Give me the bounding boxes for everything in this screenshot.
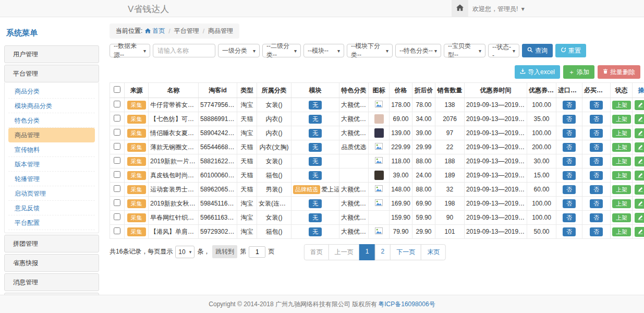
row-checkbox[interactable] (114, 143, 120, 150)
sidebar-group-1[interactable]: 平台管理 (4, 65, 99, 82)
import-toggle-badge[interactable]: 否 (563, 129, 576, 138)
row-checkbox[interactable] (114, 101, 120, 107)
status-badge[interactable]: 上架 (612, 143, 631, 152)
edit-button[interactable] (635, 100, 644, 110)
edit-button[interactable] (635, 171, 644, 180)
status-badge[interactable]: 上架 (612, 129, 631, 138)
reset-button[interactable]: 重置 (555, 44, 586, 57)
edit-button[interactable] (635, 114, 644, 124)
row-checkbox[interactable] (114, 199, 120, 206)
mustbuy-toggle-badge[interactable]: 否 (590, 157, 603, 166)
import-toggle-badge[interactable]: 否 (563, 227, 576, 236)
import-excel-button[interactable]: 导入excel (515, 65, 560, 79)
sidebar-subitem-1[interactable]: 模块商品分类 (8, 99, 95, 113)
pager-button-2[interactable]: 1 (359, 244, 375, 260)
row-checkbox[interactable] (114, 115, 120, 122)
import-toggle-badge[interactable]: 否 (563, 171, 576, 180)
cell-feature: 大额优惠券 (339, 112, 369, 126)
row-checkbox[interactable] (114, 227, 120, 234)
sidebar-subitem-6[interactable]: 轮播管理 (8, 172, 95, 186)
mustbuy-toggle-badge[interactable]: 否 (590, 199, 603, 208)
sidebar-subitem-2[interactable]: 特色分类 (8, 113, 95, 128)
row-checkbox[interactable] (114, 129, 120, 136)
batch-delete-button[interactable]: 批量删除 (598, 65, 640, 79)
source-badge: 采集 (127, 185, 146, 194)
cell-operations (633, 140, 644, 154)
edit-button[interactable] (635, 185, 644, 195)
filter-select-6[interactable]: --特色分类--▾ (395, 44, 441, 57)
pager-button-4[interactable]: 下一页 (390, 244, 421, 260)
mustbuy-toggle-badge[interactable]: 否 (590, 115, 603, 124)
sidebar-subitem-7[interactable]: 启动页管理 (8, 186, 95, 201)
mustbuy-toggle-badge[interactable]: 否 (590, 143, 603, 152)
row-checkbox[interactable] (114, 213, 120, 220)
filter-select-2[interactable]: 一级分类▾ (218, 44, 260, 57)
import-toggle-badge[interactable]: 否 (563, 213, 576, 222)
sidebar-subitem-4[interactable]: 宣传物料 (8, 142, 95, 157)
status-badge[interactable]: 上架 (612, 101, 631, 110)
status-badge[interactable]: 上架 (612, 171, 631, 180)
unit-text: 条， (197, 247, 210, 256)
import-toggle-badge[interactable]: 否 (563, 115, 576, 124)
status-badge[interactable]: 上架 (612, 157, 631, 166)
status-badge[interactable]: 上架 (612, 199, 631, 208)
sidebar-group-4[interactable]: 消息管理 (4, 273, 99, 291)
sidebar-group-0[interactable]: 用户管理 (4, 45, 99, 63)
row-checkbox[interactable] (114, 171, 120, 178)
pager-button-0[interactable]: 首页 (304, 244, 329, 260)
import-toggle-badge[interactable]: 否 (563, 185, 576, 194)
add-button[interactable]: ＋ 添加 (563, 65, 594, 79)
mustbuy-toggle-badge[interactable]: 否 (590, 171, 603, 180)
status-badge[interactable]: 上架 (612, 115, 631, 124)
select-all-checkbox[interactable] (114, 86, 120, 93)
filter-select-7[interactable]: --宝贝类型--▾ (444, 44, 485, 57)
sidebar-group-2[interactable]: 拼团管理 (4, 235, 99, 252)
pager-button-1[interactable]: 上一页 (329, 244, 360, 260)
filter-select-4[interactable]: --模块--▾ (303, 44, 344, 57)
sidebar-subitem-3[interactable]: 商品管理 (8, 128, 95, 142)
edit-button[interactable] (635, 142, 644, 152)
filter-select-5[interactable]: --模块下分类--▾ (347, 44, 393, 57)
mustbuy-toggle-badge[interactable]: 否 (590, 185, 603, 194)
import-toggle-badge[interactable]: 否 (563, 143, 576, 152)
import-toggle-badge[interactable]: 否 (563, 157, 576, 166)
filter-select-8[interactable]: --状态--▾ (488, 44, 519, 57)
edit-button[interactable] (635, 213, 644, 223)
pager-button-3[interactable]: 2 (375, 244, 391, 260)
row-checkbox[interactable] (114, 185, 120, 192)
sidebar-subitem-8[interactable]: 意见反馈 (8, 201, 95, 215)
cell-price: 178.00 (390, 98, 412, 112)
import-toggle-badge[interactable]: 否 (563, 101, 576, 110)
user-menu[interactable]: 欢迎您，管理员! ▾ (472, 5, 525, 14)
name-search-input[interactable] (153, 44, 215, 57)
mustbuy-toggle-badge[interactable]: 否 (590, 213, 603, 222)
row-checkbox[interactable] (114, 157, 120, 164)
search-button[interactable]: 查询 (522, 44, 553, 57)
cell-module: 无 (291, 168, 339, 183)
status-badge[interactable]: 上架 (612, 185, 631, 194)
status-badge[interactable]: 上架 (612, 213, 631, 222)
edit-button[interactable] (635, 156, 644, 166)
home-button[interactable] (452, 0, 468, 17)
broken-image-icon (375, 228, 383, 236)
sidebar-group-3[interactable]: 省惠快报 (4, 254, 99, 272)
mustbuy-toggle-badge[interactable]: 否 (590, 227, 603, 236)
filter-select-3[interactable]: --二级分类--▾ (262, 44, 301, 57)
page-size-select[interactable]: 10 ▾ (175, 246, 195, 258)
icp-link[interactable]: 粤ICP备16098006号 (378, 300, 435, 309)
edit-button[interactable] (635, 128, 644, 138)
breadcrumb-home-link[interactable]: 首页 (145, 27, 165, 35)
cell-category: 女装() (257, 154, 291, 168)
sidebar-subitem-9[interactable]: 平台配置 (8, 215, 95, 230)
sidebar-subitem-5[interactable]: 版本管理 (8, 157, 95, 172)
page-jump-input[interactable] (249, 246, 265, 258)
import-toggle-badge[interactable]: 否 (563, 199, 576, 208)
edit-button[interactable] (635, 199, 644, 209)
filter-select-0[interactable]: --数据来源--▾ (110, 44, 150, 57)
status-badge[interactable]: 上架 (612, 227, 631, 236)
mustbuy-toggle-badge[interactable]: 否 (590, 129, 603, 138)
edit-button[interactable] (635, 227, 644, 237)
sidebar-subitem-0[interactable]: 商品分类 (8, 84, 95, 99)
mustbuy-toggle-badge[interactable]: 否 (590, 101, 603, 110)
pager-button-5[interactable]: 末页 (421, 244, 446, 260)
